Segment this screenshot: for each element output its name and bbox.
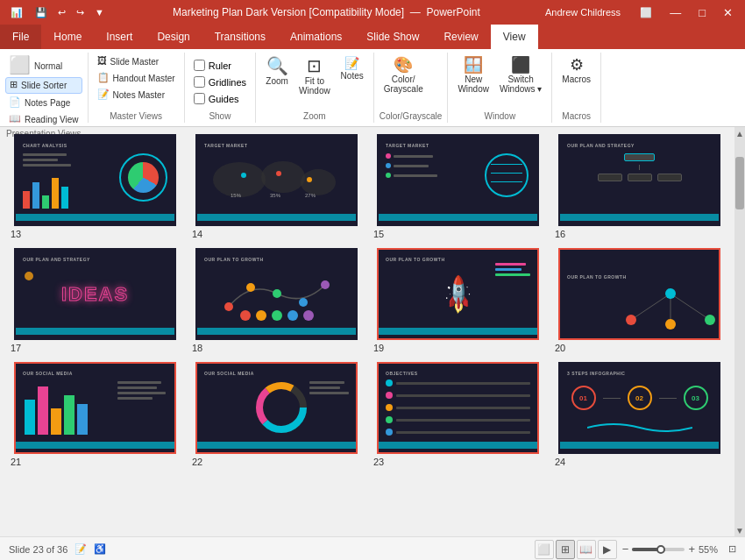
- svg-point-19: [626, 315, 636, 325]
- slide-20-title: OUR PLAN TO GROWTH: [567, 274, 627, 280]
- tab-slideshow[interactable]: Slide Show: [354, 25, 431, 49]
- zoom-out-btn[interactable]: −: [622, 542, 629, 556]
- status-left: Slide 23 of 36 📝 ♿: [9, 543, 106, 555]
- handout-master-label: Handout Master: [113, 74, 175, 83]
- scroll-up-btn[interactable]: ▲: [734, 127, 745, 139]
- minimize-btn[interactable]: —: [664, 4, 686, 21]
- slide-item-19: OUR PLAN TO GROWTH 🚀 19: [373, 248, 543, 353]
- tab-transitions-label: Transitions: [215, 31, 266, 43]
- fit-slide-btn[interactable]: ⊡: [728, 543, 736, 555]
- undo-qa-btn[interactable]: ↩: [54, 5, 69, 20]
- save-qa-btn[interactable]: 💾: [32, 5, 51, 20]
- tab-design[interactable]: Design: [145, 25, 202, 49]
- close-btn[interactable]: ✕: [718, 4, 738, 21]
- zoom-percent[interactable]: 55%: [699, 544, 725, 555]
- slide-14-teal-bar: [197, 214, 356, 221]
- btn-zoom[interactable]: 🔍 Zoom: [261, 54, 293, 89]
- slide-thumb-21[interactable]: OUR SOCIAL MEDIA: [14, 362, 176, 454]
- slide-thumb-20[interactable]: OUR PLAN TO GROWTH: [558, 248, 720, 340]
- btn-notes-master[interactable]: 📝 Notes Master: [94, 88, 179, 103]
- maximize-btn[interactable]: □: [693, 4, 711, 21]
- slide-thumb-17[interactable]: OUR PLAN AND STRATEGY IDEAS: [14, 248, 176, 340]
- slide-sorter-label: Slide Sorter: [21, 81, 67, 90]
- mv-items: 🖼 Slide Master 📋 Handout Master 📝 Notes …: [94, 54, 179, 110]
- slide-24-title: 3 STEPS INFOGRAPHIC: [567, 371, 625, 376]
- btn-slide-master[interactable]: 🖼 Slide Master: [94, 54, 179, 69]
- guides-checkbox[interactable]: [194, 93, 205, 104]
- slide-thumb-15[interactable]: TARGET MARKET: [377, 134, 539, 226]
- view-btn-sorter[interactable]: ⊞: [556, 540, 575, 559]
- btn-fit-to-window[interactable]: ⊡ Fit toWindow: [294, 54, 335, 98]
- tab-review-label: Review: [443, 31, 478, 43]
- customize-qa-btn[interactable]: ▼: [91, 5, 108, 19]
- slide-18-title: OUR PLAN TO GROWTH: [204, 257, 264, 262]
- svg-point-4: [241, 173, 246, 178]
- slide-master-icon: 🖼: [97, 56, 107, 66]
- slide-20-network-svg: [605, 285, 720, 337]
- btn-reading-view[interactable]: 📖 Reading View: [5, 112, 82, 127]
- btn-normal[interactable]: ⬜ Normal: [5, 54, 66, 77]
- zoom-in-btn[interactable]: +: [688, 542, 695, 556]
- tab-animations[interactable]: Animations: [278, 25, 354, 49]
- tab-home[interactable]: Home: [41, 25, 94, 49]
- btn-notes-zoom[interactable]: 📝 Notes: [337, 54, 368, 83]
- view-btn-normal[interactable]: ⬜: [535, 540, 554, 559]
- view-btn-slideshow[interactable]: ▶: [598, 540, 617, 559]
- ruler-checkbox[interactable]: [194, 60, 205, 71]
- accessibility-icon[interactable]: ♿: [94, 543, 106, 555]
- reading-view-label: Reading View: [25, 115, 79, 124]
- slide-info: Slide 23 of 36: [9, 544, 67, 555]
- btn-slide-sorter[interactable]: ⊞ Slide Sorter: [5, 77, 82, 94]
- app-name-label: PowerPoint: [426, 6, 479, 18]
- slide-content: CHART ANALYSIS: [0, 127, 734, 536]
- tab-view[interactable]: View: [491, 25, 538, 49]
- slide-22-title: OUR SOCIAL MEDIA: [204, 371, 254, 376]
- btn-macros[interactable]: ⚙ Macros: [557, 54, 595, 87]
- btn-color-grayscale[interactable]: 🎨 Color/Grayscale: [380, 54, 428, 96]
- scroll-thumb[interactable]: [735, 157, 744, 209]
- svg-line-15: [631, 294, 670, 320]
- slide-thumb-19[interactable]: OUR PLAN TO GROWTH 🚀: [377, 248, 539, 340]
- slide-num-22: 22: [192, 457, 361, 467]
- notes-icon[interactable]: 📝: [74, 543, 87, 555]
- gridlines-checkbox[interactable]: [194, 76, 205, 88]
- macros-group-label: Macros: [557, 110, 595, 121]
- slide-thumb-23[interactable]: OBJECTIVES: [377, 362, 539, 454]
- show-ruler[interactable]: Ruler: [190, 58, 250, 73]
- ruler-label: Ruler: [209, 60, 231, 71]
- btn-handout-master[interactable]: 📋 Handout Master: [94, 71, 179, 86]
- scrollbar[interactable]: ▲ ▼: [734, 127, 745, 536]
- btn-new-window[interactable]: 🪟 NewWindow: [453, 54, 493, 96]
- restore-btn[interactable]: ⬜: [635, 5, 657, 20]
- slide-24-teal-bar: [560, 442, 719, 449]
- slide-thumb-14[interactable]: TARGET MARKET: [195, 134, 358, 226]
- view-btn-reading[interactable]: 📖: [577, 540, 596, 559]
- show-gridlines[interactable]: Gridlines: [190, 74, 250, 89]
- tab-insert[interactable]: Insert: [94, 25, 145, 49]
- tab-file[interactable]: File: [0, 25, 41, 49]
- slide-item-23: OBJECTIVES: [373, 362, 543, 467]
- tab-transitions[interactable]: Transitions: [202, 25, 278, 49]
- slide-19-teal-bar: [379, 328, 537, 335]
- zoom-slider[interactable]: [632, 548, 685, 551]
- btn-notes-page[interactable]: 📄 Notes Page: [5, 96, 82, 110]
- btn-switch-windows[interactable]: ⬛ SwitchWindows ▾: [495, 54, 546, 96]
- slide-item-18: OUR PLAN TO GROWTH: [192, 248, 361, 353]
- tab-slideshow-label: Slide Show: [366, 31, 419, 43]
- slide-17-teal-bar: [16, 328, 174, 335]
- tab-review[interactable]: Review: [431, 25, 490, 49]
- window-title: Marketing Plan Dark Version [Compatibili…: [173, 6, 480, 18]
- color-icon: 🎨: [394, 57, 413, 73]
- slide-thumb-16[interactable]: OUR PLAN AND STRATEGY: [558, 134, 720, 226]
- slide-thumb-13[interactable]: CHART ANALYSIS: [14, 134, 176, 226]
- slide-thumb-22[interactable]: OUR SOCIAL MEDIA: [195, 362, 358, 454]
- slide-thumb-24[interactable]: 3 STEPS INFOGRAPHIC 01 02 03: [558, 362, 720, 454]
- zoom-icon: 🔍: [266, 57, 288, 74]
- scroll-down-btn[interactable]: ▼: [734, 524, 745, 536]
- slide-thumb-18[interactable]: OUR PLAN TO GROWTH: [195, 248, 358, 340]
- redo-qa-btn[interactable]: ↪: [73, 5, 88, 20]
- zoom-slider-thumb[interactable]: [656, 545, 665, 554]
- show-guides[interactable]: Guides: [190, 91, 250, 106]
- slide-16-title: OUR PLAN AND STRATEGY: [567, 143, 635, 148]
- slide-15-teal-bar: [379, 214, 537, 221]
